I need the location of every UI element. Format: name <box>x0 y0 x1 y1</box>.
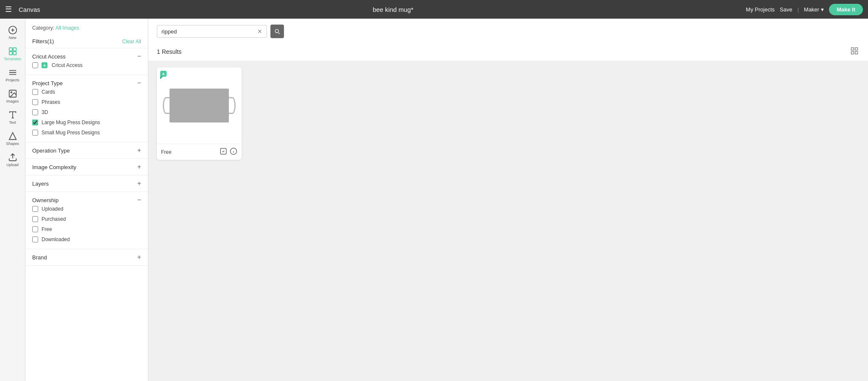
filter-panel: Category: All Images Filters(1) Clear Al… <box>25 19 148 381</box>
svg-rect-3 <box>9 48 12 51</box>
card-select-button[interactable] <box>220 147 227 156</box>
large-mug-checkbox[interactable] <box>32 120 38 125</box>
image-complexity-title: Image Complexity <box>32 164 76 170</box>
sidebar-item-templates[interactable]: Templates <box>0 43 25 64</box>
downloaded-checkbox[interactable] <box>32 236 38 242</box>
project-title: bee kind mug* <box>47 6 739 13</box>
image-complexity-header[interactable]: Image Complexity + <box>32 163 141 171</box>
filter-top-bar: Filters(1) Clear All <box>25 35 148 48</box>
my-projects-button[interactable]: My Projects <box>746 6 775 13</box>
3d-checkbox[interactable] <box>32 109 38 115</box>
small-mug-checkbox[interactable] <box>32 130 38 136</box>
ownership-header[interactable]: Ownership − <box>32 196 141 204</box>
cricut-access-badge: a <box>160 71 167 77</box>
ownership-title: Ownership <box>32 197 58 203</box>
search-clear-icon[interactable]: ✕ <box>257 28 262 35</box>
search-input-wrap: ✕ <box>157 25 267 38</box>
uploaded-checkbox[interactable] <box>32 206 38 212</box>
image-grid: a Free <box>148 61 868 381</box>
mug-handle-right <box>229 97 236 114</box>
sidebar-item-upload[interactable]: Upload <box>0 149 25 170</box>
sidebar-shapes-label: Shapes <box>6 142 19 146</box>
phrases-checkbox[interactable] <box>32 99 38 105</box>
filter-option-downloaded[interactable]: Downloaded <box>32 234 141 245</box>
filter-option-phrases[interactable]: Phrases <box>32 97 141 107</box>
main-layout: New Templates Projects Images <box>0 19 868 381</box>
sidebar-item-shapes[interactable]: Shapes <box>0 128 25 149</box>
sidebar-item-projects[interactable]: Projects <box>0 64 25 86</box>
brand-expand-icon[interactable]: + <box>137 253 141 261</box>
filter-option-cricut-access[interactable]: a Cricut Access <box>32 60 141 70</box>
operation-type-title: Operation Type <box>32 147 70 154</box>
free-checkbox[interactable] <box>32 226 38 232</box>
cricut-access-collapse-icon[interactable]: − <box>137 53 141 60</box>
cricut-badge-icon: a <box>42 62 47 68</box>
filter-option-large-mug[interactable]: Large Mug Press Designs <box>32 117 141 128</box>
filter-option-cards[interactable]: Cards <box>32 87 141 97</box>
svg-point-8 <box>11 92 12 93</box>
clear-all-button[interactable]: Clear All <box>122 39 141 44</box>
make-it-button[interactable]: Make It <box>829 4 863 15</box>
operation-type-header[interactable]: Operation Type + <box>32 147 141 154</box>
mug-handle-left <box>163 97 170 114</box>
operation-type-expand-icon[interactable]: + <box>137 147 141 154</box>
filter-option-small-mug[interactable]: Small Mug Press Designs <box>32 128 141 138</box>
project-type-options: Cards Phrases 3D Large Mug Press Designs… <box>32 87 141 138</box>
filter-section-cricut-access: Cricut Access − a Cricut Access <box>25 48 148 75</box>
free-label: Free <box>42 226 52 232</box>
svg-rect-4 <box>13 48 16 51</box>
cards-checkbox[interactable] <box>32 89 38 95</box>
filter-option-free[interactable]: Free <box>32 224 141 234</box>
search-button[interactable] <box>270 25 284 38</box>
filter-option-3d[interactable]: 3D <box>32 107 141 117</box>
content-area: ✕ 1 Results <box>148 19 868 381</box>
sidebar-item-text[interactable]: Text <box>0 107 25 128</box>
filter-section-ownership: Ownership − Uploaded Purchased Free <box>25 192 148 249</box>
card-info-button[interactable] <box>230 147 237 156</box>
filter-option-uploaded[interactable]: Uploaded <box>32 204 141 214</box>
ownership-collapse-icon[interactable]: − <box>137 196 141 204</box>
cricut-access-checkbox[interactable] <box>32 62 38 68</box>
sidebar-item-new[interactable]: New <box>0 22 25 43</box>
svg-rect-12 <box>851 52 854 54</box>
brand-header[interactable]: Brand + <box>32 253 141 261</box>
cards-label: Cards <box>42 89 55 95</box>
view-toggle <box>849 46 860 57</box>
grid-view-button[interactable] <box>849 46 860 57</box>
sidebar-item-images[interactable]: Images <box>0 86 25 107</box>
search-area: ✕ 1 Results <box>148 19 868 61</box>
search-input[interactable] <box>161 28 255 35</box>
maker-dropdown-button[interactable]: Maker ▾ <box>804 6 824 13</box>
save-button[interactable]: Save <box>780 6 793 13</box>
image-card-label: Free <box>161 149 172 155</box>
icon-sidebar: New Templates Projects Images <box>0 19 25 381</box>
category-header: Category: All Images <box>25 19 148 35</box>
filter-option-purchased[interactable]: Purchased <box>32 214 141 224</box>
results-row: 1 Results <box>157 42 860 61</box>
layers-header[interactable]: Layers + <box>32 180 141 187</box>
image-card[interactable]: a Free <box>157 67 242 160</box>
cricut-access-header[interactable]: Cricut Access − <box>32 53 141 60</box>
app-title: Canvas <box>19 6 40 13</box>
filter-section-brand: Brand + <box>25 249 148 266</box>
uploaded-label: Uploaded <box>42 206 63 212</box>
sidebar-templates-label: Templates <box>4 57 21 61</box>
layers-expand-icon[interactable]: + <box>137 180 141 187</box>
image-complexity-expand-icon[interactable]: + <box>137 163 141 171</box>
image-card-thumbnail: a <box>157 67 242 144</box>
svg-rect-11 <box>855 48 858 50</box>
purchased-label: Purchased <box>42 216 66 222</box>
sidebar-new-label: New <box>8 36 16 40</box>
brand-title: Brand <box>32 254 47 261</box>
hamburger-menu-icon[interactable]: ☰ <box>5 5 12 14</box>
svg-rect-13 <box>855 52 858 54</box>
category-link[interactable]: All Images <box>56 25 79 31</box>
phrases-label: Phrases <box>42 99 60 105</box>
mug-preview <box>170 89 229 122</box>
filter-section-operation-type: Operation Type + <box>25 142 148 159</box>
project-type-header[interactable]: Project Type − <box>32 79 141 87</box>
project-type-collapse-icon[interactable]: − <box>137 79 141 87</box>
purchased-checkbox[interactable] <box>32 216 38 222</box>
cricut-access-options: a Cricut Access <box>32 60 141 70</box>
3d-label: 3D <box>42 109 48 115</box>
